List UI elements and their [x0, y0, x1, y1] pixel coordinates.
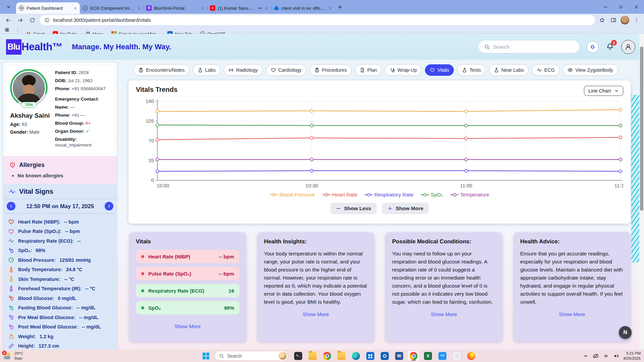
tab-close-icon[interactable]	[328, 6, 332, 10]
page-scrollbar[interactable]	[639, 34, 644, 350]
vital-chip-value: -- bpm	[219, 271, 234, 277]
tab-title: Patient Dashboard	[26, 6, 71, 11]
tab-close-icon[interactable]	[265, 6, 268, 10]
user-avatar-button[interactable]	[621, 40, 635, 54]
weather-widget[interactable]: 2 29°C Rain	[3, 351, 23, 361]
vital-sign-icon	[8, 238, 14, 244]
show-more-button[interactable]: Show More	[382, 203, 429, 214]
browser-menu-icon[interactable]	[632, 16, 641, 24]
scrollbar-thumb[interactable]	[640, 47, 643, 211]
show-more-link[interactable]: Show More	[264, 311, 368, 317]
taskbar-app-icon[interactable]	[321, 351, 333, 361]
window-close-button[interactable]	[629, 1, 644, 13]
taskbar-app-icon[interactable]	[336, 351, 347, 361]
browser-tab[interactable]: (1) Kumar Sanu 90's Hits | C	[207, 2, 271, 14]
bluhealth-logo[interactable]: Blu Health™	[6, 39, 62, 55]
browser-tab[interactable]: BluASHA Portal	[144, 2, 207, 14]
card-title: Health Insights:	[264, 238, 368, 245]
tab-audio-icon[interactable]	[258, 6, 262, 10]
apps-grid-icon[interactable]	[5, 27, 9, 32]
google-account-badge[interactable]: G	[587, 41, 599, 53]
browser-tab[interactable]: ECG Component Improvements	[80, 2, 144, 14]
legend-item[interactable]: Respiratory Rate	[365, 192, 413, 198]
section-tab-icon	[198, 67, 203, 73]
taskbar-app-icon[interactable]	[379, 351, 390, 361]
section-tab[interactable]: Labs	[193, 64, 220, 76]
patient-field: Blood Group: A+	[55, 120, 111, 126]
tab-close-icon[interactable]	[73, 6, 77, 10]
vital-sign-value: 1.2 kg	[40, 334, 53, 339]
header-search-input[interactable]: Search	[479, 41, 579, 53]
status-dot	[141, 272, 144, 275]
legend-label: Heart Rate	[332, 192, 357, 198]
taskbar-app-icon[interactable]	[451, 351, 463, 361]
tray-chevron-up-icon[interactable]	[583, 353, 588, 359]
start-button[interactable]	[201, 351, 211, 361]
tagline: Manage. My Health. My Way.	[72, 43, 171, 51]
taskbar-app-icon[interactable]	[350, 351, 362, 361]
section-tab[interactable]: Vitals	[425, 64, 454, 76]
section-tab[interactable]: Plan	[355, 64, 382, 76]
taskbar-app-icon[interactable]	[292, 351, 304, 361]
section-tab[interactable]: Encounters/Notes	[133, 64, 189, 76]
previous-reading-button[interactable]	[7, 202, 15, 210]
volume-icon[interactable]	[613, 353, 619, 359]
notifications-button[interactable]: 2	[606, 43, 614, 51]
window-maximize-button[interactable]	[613, 1, 629, 13]
browser-profile-avatar[interactable]	[621, 16, 629, 24]
taskbar-app-icon[interactable]	[422, 351, 434, 361]
floating-action-button[interactable]: N	[619, 326, 632, 339]
svg-text:10:00: 10:00	[157, 183, 169, 188]
show-more-link[interactable]: Show More	[520, 311, 624, 317]
svg-text:105: 105	[146, 118, 154, 124]
legend-item[interactable]: Temperature	[450, 192, 489, 198]
tab-search-button[interactable]	[4, 3, 13, 11]
patient-field-label: Disability:	[55, 137, 77, 142]
onedrive-paused-icon[interactable]	[593, 353, 599, 359]
vital-chip: Pulse Rate (SpO₂) -- bpm	[136, 267, 239, 280]
chart-type-select[interactable]: Line Chart	[584, 86, 623, 96]
vital-sign-value: -- mg/dL	[82, 324, 101, 329]
new-tab-button[interactable]	[337, 4, 343, 10]
taskbar-app-icon[interactable]	[365, 351, 376, 361]
forward-icon[interactable]	[15, 15, 25, 25]
taskbar-app-icon[interactable]	[408, 351, 419, 361]
section-tab[interactable]: Procedures	[310, 64, 352, 76]
taskbar-app-icon[interactable]	[393, 351, 405, 361]
taskbar-app-icon[interactable]	[466, 351, 477, 361]
site-info-icon[interactable]	[44, 17, 50, 23]
wifi-icon[interactable]	[603, 353, 609, 359]
section-tab[interactable]: ECG	[532, 64, 559, 76]
show-more-link[interactable]: Show More	[392, 311, 496, 317]
tab-close-icon[interactable]	[137, 6, 141, 10]
vital-sign-label: Body Temperature:	[18, 267, 62, 272]
tab-title: (1) Kumar Sanu 90's Hits | C	[218, 6, 256, 11]
browser-tab[interactable]: Patient Dashboard	[16, 2, 80, 14]
browser-tab[interactable]: client visit in ixc office (Dr.David	[271, 2, 335, 14]
taskbar-clock[interactable]: 5:21 PM 8/26/2025	[624, 351, 641, 361]
section-tab[interactable]: Tests	[457, 64, 486, 76]
taskbar-app-icon[interactable]	[437, 351, 448, 361]
next-reading-button[interactable]	[105, 202, 113, 210]
back-icon[interactable]	[3, 15, 13, 25]
search-highlight-image[interactable]	[279, 352, 286, 360]
window-minimize-button[interactable]	[598, 1, 613, 13]
vital-sign-row: Skin Temperature: -- °C	[8, 274, 112, 284]
bookmark-star-icon[interactable]	[598, 16, 606, 24]
legend-item[interactable]: Heart Rate	[322, 192, 357, 198]
section-tab[interactable]: Cardiology	[266, 64, 306, 76]
vitals-trends-chart[interactable]: 0357010514010:0010:3011:0011:30	[136, 99, 623, 189]
legend-item[interactable]: SpO₂	[421, 192, 443, 198]
section-tab[interactable]: View ZygoteBody	[563, 64, 618, 76]
taskbar-app-icon[interactable]	[307, 351, 318, 361]
patient-photo[interactable]	[12, 71, 46, 105]
section-tab[interactable]: Near Labs	[489, 64, 529, 76]
legend-item[interactable]: Blood Pressure	[270, 192, 315, 198]
section-tab[interactable]: Radiology	[224, 64, 263, 76]
taskbar-search-input[interactable]: Search	[215, 351, 288, 361]
tab-close-icon[interactable]	[201, 6, 205, 10]
section-tab[interactable]: Wrap-Up	[385, 64, 422, 76]
show-less-button[interactable]: Show Less	[330, 203, 377, 214]
show-more-link[interactable]: Show More	[136, 323, 239, 329]
side-panel-icon[interactable]	[609, 16, 618, 24]
